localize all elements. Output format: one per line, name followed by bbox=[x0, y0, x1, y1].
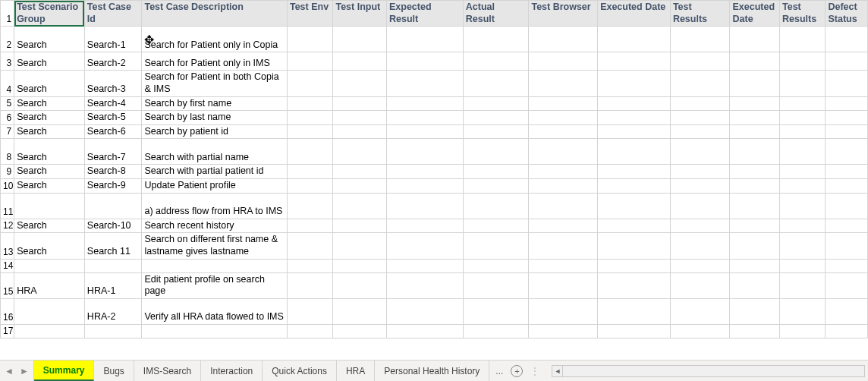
sheet-tab-hra[interactable]: HRA bbox=[337, 361, 375, 381]
cell[interactable]: Search by first name bbox=[142, 96, 288, 111]
row-header[interactable]: 5 bbox=[1, 96, 14, 111]
cell[interactable] bbox=[780, 298, 826, 324]
cell[interactable] bbox=[529, 298, 598, 324]
cell[interactable]: Search bbox=[14, 124, 85, 139]
tab-prev-icon[interactable]: ◄ bbox=[5, 366, 14, 376]
cell[interactable] bbox=[780, 324, 826, 338]
cell[interactable]: Search bbox=[14, 27, 85, 52]
cell[interactable]: Verify all HRA data flowed to IMS bbox=[142, 298, 288, 324]
cell[interactable] bbox=[730, 96, 780, 111]
cell[interactable] bbox=[287, 96, 332, 111]
cell[interactable] bbox=[529, 71, 598, 96]
cell[interactable] bbox=[386, 298, 463, 324]
cell[interactable] bbox=[780, 233, 826, 259]
cell[interactable] bbox=[670, 193, 730, 219]
cell[interactable]: Search-1 bbox=[84, 27, 142, 52]
row-header[interactable]: 9 bbox=[1, 165, 14, 179]
cell[interactable] bbox=[287, 139, 332, 165]
cell[interactable] bbox=[780, 259, 826, 272]
cell[interactable] bbox=[730, 272, 780, 298]
cell[interactable] bbox=[730, 52, 780, 71]
cell[interactable] bbox=[598, 193, 671, 219]
cell[interactable] bbox=[670, 139, 730, 165]
cell[interactable]: Search bbox=[14, 179, 85, 194]
cell[interactable] bbox=[386, 272, 463, 298]
cell[interactable]: Search 11 bbox=[84, 233, 142, 259]
cell[interactable]: Search with partial name bbox=[142, 139, 288, 165]
cell[interactable] bbox=[670, 165, 730, 179]
cell[interactable] bbox=[780, 272, 826, 298]
cell[interactable]: Edit patient profile on search page bbox=[142, 272, 288, 298]
cell[interactable]: Search bbox=[14, 139, 85, 165]
cell[interactable] bbox=[529, 193, 598, 219]
cell[interactable] bbox=[826, 111, 868, 125]
cell[interactable] bbox=[598, 233, 671, 259]
cell[interactable] bbox=[287, 193, 332, 219]
row-header[interactable]: 3 bbox=[1, 52, 14, 71]
cell[interactable] bbox=[598, 165, 671, 179]
cell[interactable] bbox=[14, 324, 85, 338]
cell[interactable]: Search with partial patient id bbox=[142, 165, 288, 179]
cell[interactable] bbox=[463, 111, 529, 125]
cell[interactable] bbox=[529, 52, 598, 71]
cell[interactable] bbox=[386, 219, 463, 233]
cell[interactable] bbox=[333, 272, 387, 298]
cell[interactable]: Search-8 bbox=[84, 165, 142, 179]
cell[interactable] bbox=[529, 272, 598, 298]
cell[interactable] bbox=[386, 259, 463, 272]
cell[interactable] bbox=[780, 165, 826, 179]
cell[interactable] bbox=[598, 27, 671, 52]
cell[interactable] bbox=[529, 233, 598, 259]
cell[interactable]: Search-3 bbox=[84, 71, 142, 96]
cell[interactable] bbox=[463, 71, 529, 96]
cell[interactable] bbox=[142, 259, 288, 272]
cell[interactable] bbox=[386, 71, 463, 96]
cell[interactable] bbox=[529, 111, 598, 125]
cell[interactable] bbox=[529, 96, 598, 111]
cell[interactable] bbox=[598, 219, 671, 233]
column-header[interactable]: Test Env bbox=[287, 1, 332, 27]
column-header[interactable]: Executed Date bbox=[730, 1, 780, 27]
cell[interactable] bbox=[386, 52, 463, 71]
cell[interactable]: Search for Patient only in Copia bbox=[142, 27, 288, 52]
cell[interactable] bbox=[598, 139, 671, 165]
tab-next-icon[interactable]: ► bbox=[20, 366, 29, 376]
cell[interactable] bbox=[463, 193, 529, 219]
cell[interactable] bbox=[333, 179, 387, 194]
cell[interactable] bbox=[333, 193, 387, 219]
cell[interactable]: Search bbox=[14, 219, 85, 233]
cell[interactable]: Search for Patient in both Copia & IMS bbox=[142, 71, 288, 96]
cell[interactable] bbox=[14, 298, 85, 324]
cell[interactable] bbox=[463, 219, 529, 233]
scroll-left-icon[interactable]: ◄ bbox=[552, 366, 563, 376]
cell[interactable] bbox=[730, 139, 780, 165]
cell[interactable] bbox=[598, 96, 671, 111]
cell[interactable] bbox=[780, 96, 826, 111]
cell[interactable] bbox=[84, 259, 142, 272]
cell[interactable]: Search-2 bbox=[84, 52, 142, 71]
cell[interactable] bbox=[287, 71, 332, 96]
cell[interactable] bbox=[463, 52, 529, 71]
cell[interactable] bbox=[287, 324, 332, 338]
row-header[interactable]: 7 bbox=[1, 124, 14, 139]
cell[interactable]: a) address flow from HRA to IMS bbox=[142, 193, 288, 219]
cell[interactable] bbox=[780, 71, 826, 96]
cell[interactable]: Search-9 bbox=[84, 179, 142, 194]
cell[interactable] bbox=[463, 165, 529, 179]
cell[interactable] bbox=[598, 298, 671, 324]
sheet-tab-quick-actions[interactable]: Quick Actions bbox=[263, 361, 337, 381]
cell[interactable]: Search on different first name & lastnam… bbox=[142, 233, 288, 259]
cell[interactable] bbox=[463, 96, 529, 111]
cell[interactable] bbox=[670, 96, 730, 111]
cell[interactable] bbox=[287, 298, 332, 324]
cell[interactable]: HRA-2 bbox=[84, 298, 142, 324]
column-header[interactable]: Test Input bbox=[333, 1, 387, 27]
cell[interactable] bbox=[826, 165, 868, 179]
cell[interactable] bbox=[598, 124, 671, 139]
cell[interactable] bbox=[598, 52, 671, 71]
cell[interactable] bbox=[826, 124, 868, 139]
cell[interactable] bbox=[386, 111, 463, 125]
cell[interactable] bbox=[780, 124, 826, 139]
cell[interactable] bbox=[333, 139, 387, 165]
cell[interactable] bbox=[14, 259, 85, 272]
